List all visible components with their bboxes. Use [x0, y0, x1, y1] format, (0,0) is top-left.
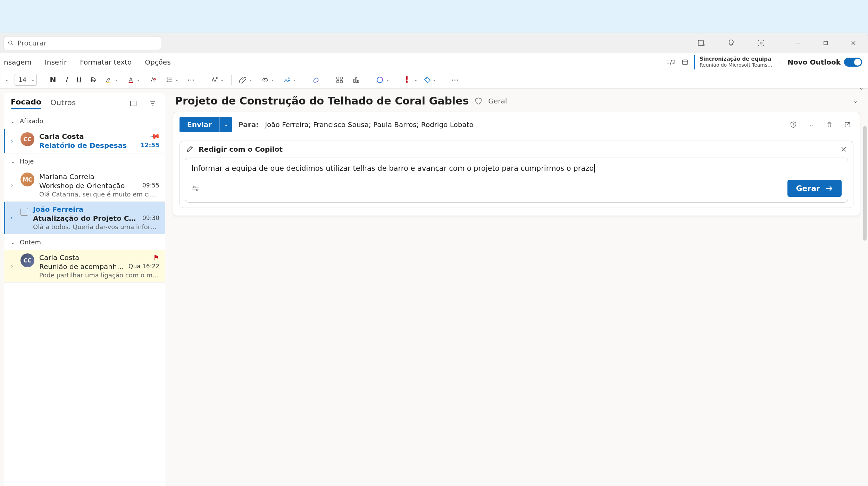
copilot-sparkle-icon — [186, 145, 194, 153]
svg-point-28 — [426, 78, 427, 79]
copilot-prompt-input[interactable]: Informar a equipa de que decidimos utili… — [185, 158, 848, 203]
ribbon-tabs: nsagem Inserir Formatar texto Opções 1/2… — [0, 53, 868, 71]
font-size-value: 14 — [16, 76, 29, 83]
window-close[interactable] — [845, 35, 861, 51]
styles-button[interactable]: ⌄ — [208, 73, 226, 86]
window-maximize[interactable] — [818, 35, 834, 51]
svg-line-1 — [11, 44, 13, 45]
mail-time: Qua 16:22 — [128, 263, 159, 270]
tags-button[interactable]: ⌄ — [421, 73, 439, 86]
svg-point-39 — [194, 186, 195, 188]
tab-focused[interactable]: Focado — [11, 98, 41, 109]
paragraph-spacing-button[interactable]: ⌄ — [163, 73, 181, 86]
calendar-mini-icon[interactable] — [682, 59, 688, 66]
counter-text: 1/2 — [666, 58, 676, 66]
ribbon-tab-options[interactable]: Opções — [143, 56, 172, 68]
mail-sender: Mariana Correia — [39, 173, 94, 181]
calendar-peek[interactable]: Sincronização de equipa Reunião do Micro… — [694, 55, 773, 69]
font-family-dropdown[interactable]: ⌄ — [2, 73, 11, 86]
more-formatting-button[interactable]: ⋯ — [185, 73, 198, 86]
apps-button[interactable] — [333, 73, 346, 86]
expand-conversation-icon[interactable]: › — [8, 215, 16, 221]
new-outlook-toggle[interactable] — [844, 58, 862, 67]
send-button[interactable]: Enviar — [180, 117, 219, 132]
search-input[interactable]: Procurar — [3, 36, 161, 50]
tips-icon[interactable] — [723, 35, 739, 51]
copilot-options-icon[interactable] — [191, 185, 200, 192]
ribbon-tab-message[interactable]: nsagem — [2, 56, 33, 68]
mail-time: 09:55 — [142, 182, 159, 189]
generate-label: Gerar — [796, 184, 820, 193]
mail-time: 12:55 — [141, 142, 159, 149]
signature-button[interactable]: ⌄ — [281, 73, 299, 86]
bold-button[interactable]: N — [47, 73, 59, 86]
send-options-dropdown[interactable]: ⌄ — [219, 117, 232, 132]
spellcheck-icon[interactable]: ? — [787, 121, 799, 128]
header-chevron[interactable]: ⌄ — [806, 122, 817, 127]
svg-rect-23 — [340, 80, 342, 82]
ribbon-expand-chevron[interactable]: ⌄ — [857, 83, 866, 92]
avatar: MC — [20, 173, 34, 186]
font-color-button[interactable]: ⌄ — [124, 73, 143, 86]
poll-button[interactable] — [350, 73, 363, 86]
avatar: CC — [20, 132, 34, 146]
message-list-pane: Focado Outros ⌄ Afixado › CC — [4, 93, 165, 486]
svg-rect-21 — [340, 77, 342, 79]
popout-icon[interactable] — [842, 121, 853, 128]
compose-header: Enviar ⌄ Para: João Ferreira; Francisco … — [173, 112, 860, 137]
section-header-yesterday[interactable]: ⌄ Ontem — [4, 234, 165, 250]
svg-rect-11 — [106, 82, 111, 83]
italic-button[interactable]: I — [62, 73, 70, 86]
copilot-ribbon-button[interactable] — [309, 73, 323, 86]
mail-item[interactable]: › MC Mariana Correia Workshop de Orienta… — [4, 169, 165, 202]
mail-item[interactable]: › João Ferreira Atualização do Projeto C… — [4, 202, 165, 234]
copilot-generate-button[interactable]: Gerar — [787, 180, 842, 197]
expand-conversation-icon[interactable]: › — [8, 182, 16, 188]
copilot-close-icon[interactable] — [841, 146, 847, 152]
flag-icon[interactable]: ⚑ — [153, 253, 159, 262]
section-header-today[interactable]: ⌄ Hoje — [4, 153, 165, 169]
expand-conversation-icon[interactable]: › — [8, 263, 16, 269]
overflow-button[interactable]: ⋯ — [449, 73, 462, 86]
ribbon-tab-insert[interactable]: Inserir — [43, 56, 68, 68]
titlebar: Procurar — [0, 33, 868, 53]
attach-file-button[interactable]: ⌄ — [236, 73, 255, 86]
new-outlook-label: Novo Outlook — [787, 58, 841, 66]
to-recipients[interactable]: João Ferreira; Francisco Sousa; Paula Ba… — [265, 120, 474, 129]
clear-formatting-button[interactable] — [146, 73, 159, 86]
expand-conversation-icon[interactable]: › — [8, 138, 16, 144]
filter-icon[interactable] — [148, 98, 158, 109]
insert-link-button[interactable]: ⌄ — [259, 73, 277, 86]
window-minimize[interactable] — [790, 35, 806, 51]
svg-rect-24 — [354, 79, 355, 82]
importance-high-button[interactable]: ! — [402, 73, 411, 86]
highlight-color-button[interactable]: ⌄ — [102, 73, 120, 86]
mail-subject: Workshop de Orientação — [39, 182, 125, 190]
copilot-title: Redigir com o Copilot — [199, 145, 283, 153]
collapse-header-chevron[interactable]: ⌄ — [853, 98, 858, 104]
font-size-dropdown[interactable]: 14 ⌄ — [15, 74, 37, 86]
mail-preview: Olá Catarina, sei que é muito em cima d… — [39, 191, 159, 198]
settings-icon[interactable] — [753, 35, 769, 51]
svg-rect-25 — [356, 77, 357, 82]
mail-sender: Carla Costa — [39, 253, 79, 262]
mail-item[interactable]: › CC Carla Costa 📌 Relatório de Despesas… — [4, 129, 165, 153]
select-checkbox[interactable] — [20, 208, 28, 216]
day-peek-icon[interactable] — [693, 35, 709, 51]
loop-component-button[interactable]: ⌄ — [373, 73, 392, 86]
section-header-pinned[interactable]: ⌄ Afixado — [4, 113, 165, 129]
strikethrough-button[interactable]: Đ — [88, 73, 99, 86]
vertical-scrollbar[interactable] — [863, 126, 867, 241]
reading-pane-toggle-icon[interactable] — [128, 98, 139, 109]
svg-rect-29 — [131, 101, 136, 106]
discard-draft-icon[interactable] — [824, 121, 835, 128]
tab-other[interactable]: Outros — [50, 98, 76, 109]
sensitivity-icon[interactable] — [474, 97, 483, 105]
mail-item[interactable]: › CC Carla Costa ⚑ Reunião de acompanham… — [4, 250, 165, 283]
calendar-peek-title: Sincronização de equipa — [700, 56, 773, 62]
reading-subject: Projeto de Construção do Telhado de Cora… — [175, 95, 469, 107]
ribbon-tab-format[interactable]: Formatar texto — [78, 56, 133, 68]
underline-button[interactable]: U — [74, 73, 84, 86]
svg-rect-26 — [358, 80, 359, 82]
svg-rect-13 — [128, 82, 133, 83]
